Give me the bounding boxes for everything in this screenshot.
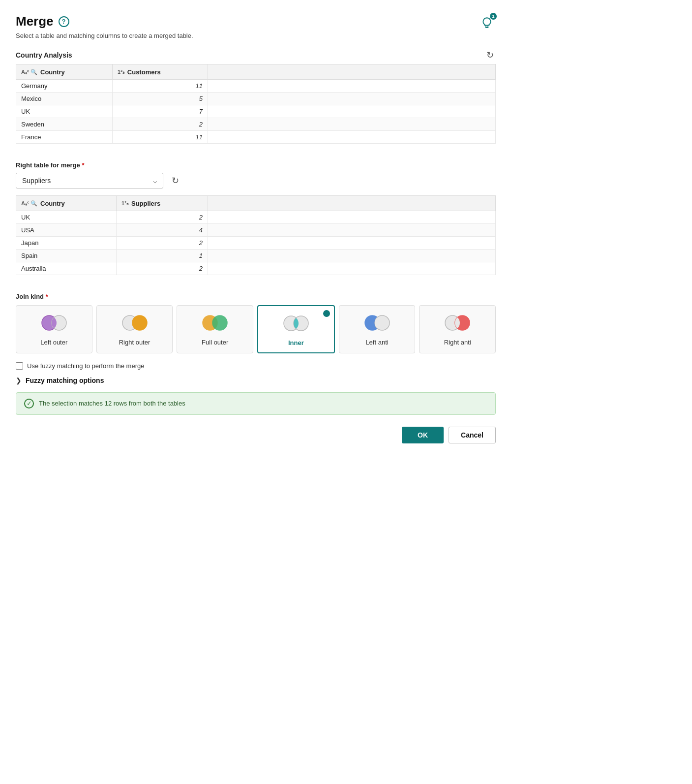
join-kind-label-full_outer: Full outer [202,339,228,347]
fuzzy-checkbox[interactable] [16,362,23,370]
join-kind-card-right_outer[interactable]: Right outer [96,305,173,353]
subtitle: Select a table and matching columns to c… [16,32,496,39]
cell-suppliers: 4 [117,224,208,237]
table-row[interactable]: France11 [16,131,496,144]
fuzzy-checkbox-label: Use fuzzy matching to perform the merge [27,362,144,370]
cell-customers: 11 [113,131,208,144]
fuzzy-options-toggle[interactable]: ❯ Fuzzy matching options [16,376,496,384]
cell-suppliers: 2 [117,237,208,250]
top-table-wrapper: Aₐᶜ 🔍 Country 1²₃ Customers [16,64,496,153]
match-banner: ✓ The selection matches 12 rows from bot… [16,392,496,415]
join-kind-card-left_anti[interactable]: Left anti [339,305,416,353]
dropdown-arrow-icon: ⌵ [153,177,157,185]
bottom-col-country[interactable]: Aₐᶜ 🔍 Country [16,196,117,211]
top-col-empty [208,64,496,80]
cell-country: Australia [16,262,117,275]
fuzzy-options-label: Fuzzy matching options [26,376,104,384]
cell-country: Spain [16,250,117,262]
top-col-country[interactable]: Aₐᶜ 🔍 Country [16,64,113,80]
venn-diagram-right_outer [119,313,150,335]
tip-icon[interactable]: 1 [478,14,496,31]
venn-diagram-right_anti [442,313,473,335]
join-kind-card-left_outer[interactable]: Left outer [16,305,92,353]
top-table: Aₐᶜ 🔍 Country 1²₃ Customers [16,64,496,144]
cell-customers: 5 [113,93,208,105]
join-kind-label: Join kind * [16,293,496,300]
join-kind-card-full_outer[interactable]: Full outer [177,305,253,353]
join-kind-label-left_outer: Left outer [40,339,67,347]
table-dropdown[interactable]: Suppliers ⌵ [16,173,163,188]
bottom-col-empty [208,196,496,211]
join-kind-label-right_anti: Right anti [444,339,471,347]
venn-diagram-left_anti [361,313,393,335]
cell-suppliers: 2 [117,262,208,275]
cell-country: Mexico [16,93,113,105]
cell-country: USA [16,224,117,237]
table-row[interactable]: UK7 [16,105,496,118]
table-row[interactable]: Sweden2 [16,118,496,131]
match-check-icon: ✓ [24,399,34,408]
top-table-title: Country Analysis [16,51,72,59]
footer: OK Cancel [16,427,496,443]
cancel-button[interactable]: Cancel [449,427,496,443]
bottom-table-wrapper: Aₐᶜ 🔍 Country 1²₃ Suppliers [16,195,496,284]
fuzzy-checkbox-row: Use fuzzy matching to perform the merge [16,362,496,370]
help-icon[interactable]: ? [59,16,69,27]
top-col-customers[interactable]: 1²₃ Customers [113,64,208,80]
join-kind-label-left_anti: Left anti [365,339,388,347]
join-kind-card-inner[interactable]: Inner [257,305,335,353]
dialog-title: Merge [16,14,54,29]
join-kind-card-right_anti[interactable]: Right anti [419,305,496,353]
bottom-table: Aₐᶜ 🔍 Country 1²₃ Suppliers [16,195,496,275]
match-message: The selection matches 12 rows from both … [39,400,185,407]
selected-dot-inner [323,310,330,317]
table-row[interactable]: Spain1 [16,250,496,262]
table-row[interactable]: Japan2 [16,237,496,250]
bottom-table-refresh-icon[interactable]: ↻ [169,175,181,187]
cell-suppliers: 2 [117,211,208,224]
top-table-refresh-icon[interactable]: ↻ [484,49,496,61]
cell-customers: 2 [113,118,208,131]
join-kind-label-inner: Inner [288,339,304,347]
bottom-col-suppliers[interactable]: 1²₃ Suppliers [117,196,208,211]
cell-country: UK [16,105,113,118]
table-row[interactable]: Mexico5 [16,93,496,105]
cell-country: UK [16,211,117,224]
chevron-right-icon: ❯ [16,376,22,384]
venn-diagram-full_outer [199,313,231,335]
table-row[interactable]: Australia2 [16,262,496,275]
cell-country: France [16,131,113,144]
right-table-label: Right table for merge * [16,161,496,169]
tip-badge: 1 [490,13,497,20]
join-kind-label-right_outer: Right outer [119,339,150,347]
cell-customers: 11 [113,80,208,93]
cell-customers: 7 [113,105,208,118]
cell-country: Germany [16,80,113,93]
venn-diagram-left_outer [38,313,70,335]
cell-country: Sweden [16,118,113,131]
table-row[interactable]: UK2 [16,211,496,224]
svg-point-10 [212,315,227,330]
cell-suppliers: 1 [117,250,208,262]
join-kind-grid: Left outer Right outer Full outer Inner [16,305,496,353]
venn-diagram-inner [280,313,312,335]
ok-button[interactable]: OK [402,427,444,443]
table-row[interactable]: Germany11 [16,80,496,93]
cell-country: Japan [16,237,117,250]
table-row[interactable]: USA4 [16,224,496,237]
